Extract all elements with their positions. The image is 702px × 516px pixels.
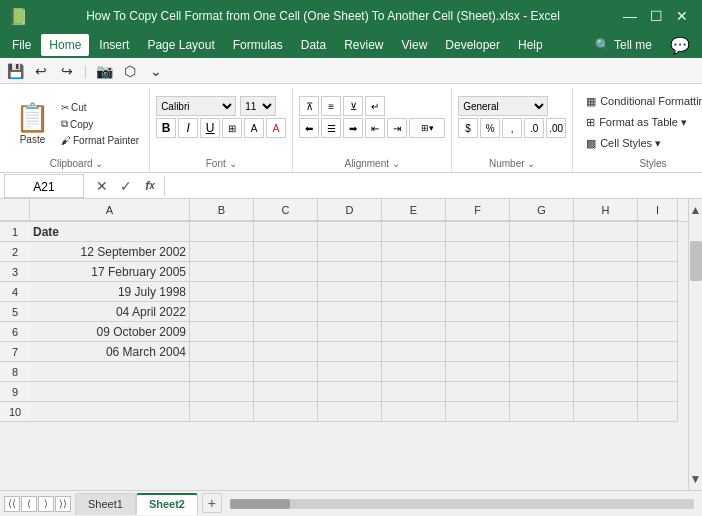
sheet-nav-last[interactable]: ⟩⟩ — [55, 496, 71, 512]
col-header-b[interactable]: B — [190, 199, 254, 221]
cell-B1[interactable] — [190, 222, 254, 242]
cell-I6[interactable] — [638, 322, 678, 342]
cell-E2[interactable] — [382, 242, 446, 262]
cell-G6[interactable] — [510, 322, 574, 342]
cell-G10[interactable] — [510, 402, 574, 422]
conditional-formatting-button[interactable]: ▦ Conditional Formatting ▾ — [579, 92, 702, 111]
maximize-button[interactable]: ☐ — [644, 4, 668, 28]
menu-data[interactable]: Data — [293, 34, 334, 56]
add-sheet-button[interactable]: + — [202, 493, 222, 513]
menu-home[interactable]: Home — [41, 34, 89, 56]
cell-E6[interactable] — [382, 322, 446, 342]
cell-D9[interactable] — [318, 382, 382, 402]
cell-E9[interactable] — [382, 382, 446, 402]
menu-comments[interactable]: 💬 — [662, 34, 698, 56]
cell-B2[interactable] — [190, 242, 254, 262]
col-header-g[interactable]: G — [510, 199, 574, 221]
vertical-scrollbar[interactable]: ▲ ▼ — [688, 199, 702, 490]
cell-G2[interactable] — [510, 242, 574, 262]
alignment-expand-icon[interactable]: ⌄ — [392, 158, 400, 169]
percent-button[interactable]: % — [480, 118, 500, 138]
sheet-nav-next[interactable]: ⟩ — [38, 496, 54, 512]
cell-F5[interactable] — [446, 302, 510, 322]
menu-formulas[interactable]: Formulas — [225, 34, 291, 56]
cell-H10[interactable] — [574, 402, 638, 422]
sheet-tab-sheet2[interactable]: Sheet2 — [136, 493, 198, 515]
underline-button[interactable]: U — [200, 118, 220, 138]
sheet-nav-first[interactable]: ⟨⟨ — [4, 496, 20, 512]
cell-D10[interactable] — [318, 402, 382, 422]
cell-C6[interactable] — [254, 322, 318, 342]
name-box[interactable]: A21 — [4, 174, 84, 198]
row-header-6[interactable]: 6 — [0, 322, 30, 342]
decrease-decimal-button[interactable]: .0 — [524, 118, 544, 138]
formula-input[interactable] — [165, 174, 702, 198]
qa-redo-button[interactable]: ↪ — [56, 60, 78, 82]
qa-more-button[interactable]: ⌄ — [145, 60, 167, 82]
cell-A5[interactable]: 04 April 2022 — [30, 302, 190, 322]
cell-E10[interactable] — [382, 402, 446, 422]
cell-B10[interactable] — [190, 402, 254, 422]
cell-G1[interactable] — [510, 222, 574, 242]
comma-button[interactable]: , — [502, 118, 522, 138]
cell-G8[interactable] — [510, 362, 574, 382]
cell-G4[interactable] — [510, 282, 574, 302]
format-painter-button[interactable]: 🖌 Format Painter — [57, 133, 143, 148]
row-header-8[interactable]: 8 — [0, 362, 30, 382]
cell-I4[interactable] — [638, 282, 678, 302]
cell-A7[interactable]: 06 March 2004 — [30, 342, 190, 362]
cell-A9[interactable] — [30, 382, 190, 402]
sheet-nav-prev[interactable]: ⟨ — [21, 496, 37, 512]
font-expand-icon[interactable]: ⌄ — [229, 158, 237, 169]
menu-developer[interactable]: Developer — [437, 34, 508, 56]
indent-decrease-button[interactable]: ⇤ — [365, 118, 385, 138]
cell-A4[interactable]: 19 July 1998 — [30, 282, 190, 302]
row-header-3[interactable]: 3 — [0, 262, 30, 282]
cell-H6[interactable] — [574, 322, 638, 342]
col-header-d[interactable]: D — [318, 199, 382, 221]
cell-D3[interactable] — [318, 262, 382, 282]
font-size-select[interactable]: 11 — [240, 96, 276, 116]
increase-decimal-button[interactable]: .00 — [546, 118, 566, 138]
cell-G7[interactable] — [510, 342, 574, 362]
cell-D7[interactable] — [318, 342, 382, 362]
row-header-4[interactable]: 4 — [0, 282, 30, 302]
border-button[interactable]: ⊞ — [222, 118, 242, 138]
cell-I9[interactable] — [638, 382, 678, 402]
italic-button[interactable]: I — [178, 118, 198, 138]
col-header-c[interactable]: C — [254, 199, 318, 221]
align-left-button[interactable]: ⬅ — [299, 118, 319, 138]
scroll-thumb[interactable] — [690, 241, 702, 281]
clipboard-expand-icon[interactable]: ⌄ — [95, 158, 103, 169]
qa-screenshot-button[interactable]: 📷 — [93, 60, 115, 82]
cell-C7[interactable] — [254, 342, 318, 362]
cell-H5[interactable] — [574, 302, 638, 322]
qa-save-button[interactable]: 💾 — [4, 60, 26, 82]
cell-H9[interactable] — [574, 382, 638, 402]
font-family-select[interactable]: Calibri — [156, 96, 236, 116]
align-center-button[interactable]: ☰ — [321, 118, 341, 138]
col-header-h[interactable]: H — [574, 199, 638, 221]
cell-D1[interactable] — [318, 222, 382, 242]
cell-C1[interactable] — [254, 222, 318, 242]
cell-C10[interactable] — [254, 402, 318, 422]
merge-button[interactable]: ⊞▾ — [409, 118, 445, 138]
cell-H2[interactable] — [574, 242, 638, 262]
close-button[interactable]: ✕ — [670, 4, 694, 28]
sheet-tab-sheet1[interactable]: Sheet1 — [75, 493, 136, 515]
cell-B5[interactable] — [190, 302, 254, 322]
cell-H4[interactable] — [574, 282, 638, 302]
cell-F10[interactable] — [446, 402, 510, 422]
cell-A6[interactable]: 09 October 2009 — [30, 322, 190, 342]
cell-B3[interactable] — [190, 262, 254, 282]
col-header-a[interactable]: A — [30, 199, 190, 221]
cell-B9[interactable] — [190, 382, 254, 402]
menu-file[interactable]: File — [4, 34, 39, 56]
qa-shapes-button[interactable]: ⬡ — [119, 60, 141, 82]
paste-button[interactable]: 📋 Paste — [10, 101, 55, 148]
cell-styles-button[interactable]: ▩ Cell Styles ▾ — [579, 134, 702, 153]
align-middle-button[interactable]: ≡ — [321, 96, 341, 116]
cell-E3[interactable] — [382, 262, 446, 282]
cut-button[interactable]: ✂ Cut — [57, 100, 143, 115]
currency-button[interactable]: $ — [458, 118, 478, 138]
